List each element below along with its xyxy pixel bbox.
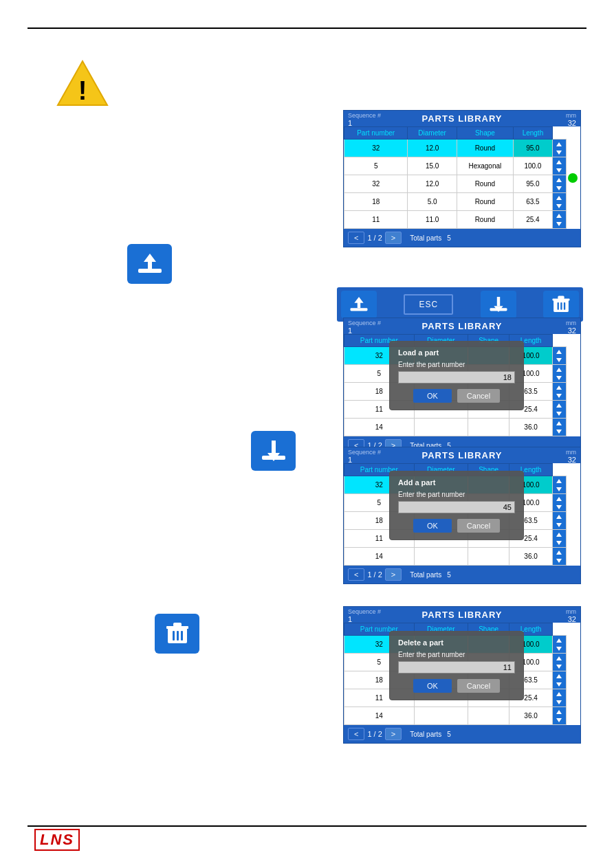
row-arrow-down[interactable] bbox=[553, 485, 564, 493]
row-arrow-down[interactable] bbox=[553, 166, 564, 174]
table-row[interactable]: 3212.0Round95.0 bbox=[344, 140, 567, 157]
table-row[interactable]: 185.0Round63.5 bbox=[344, 193, 567, 211]
row-arrow-down[interactable] bbox=[553, 716, 564, 724]
row-arrow-down[interactable] bbox=[553, 539, 564, 546]
table-row[interactable]: 515.0Hexagonal100.0 bbox=[344, 157, 567, 175]
top-rule bbox=[28, 27, 586, 29]
modal-delete-cancel[interactable]: Cancel bbox=[457, 679, 500, 693]
svg-marker-61 bbox=[556, 682, 562, 687]
svg-marker-57 bbox=[556, 647, 562, 651]
row-arrow-up[interactable] bbox=[553, 366, 564, 373]
modal-add-input[interactable] bbox=[398, 501, 515, 513]
panel-2-mm-val: 32 bbox=[566, 326, 576, 335]
row-arrow-up[interactable] bbox=[553, 212, 564, 219]
row-arrow-up[interactable] bbox=[553, 383, 564, 391]
panel-3-title: PARTS LIBRARY bbox=[422, 450, 503, 460]
svg-rect-24 bbox=[350, 308, 367, 311]
modal-add-ok[interactable]: OK bbox=[413, 519, 452, 533]
row-arrow-up[interactable] bbox=[553, 348, 564, 355]
prev-btn-3[interactable]: < bbox=[348, 568, 364, 581]
esc-upload-button[interactable] bbox=[341, 291, 377, 318]
esc-trash-button[interactable] bbox=[543, 291, 579, 318]
modal-load-ok[interactable]: OK bbox=[413, 389, 452, 403]
row-arrow-down[interactable] bbox=[553, 698, 564, 706]
total-parts-label-3: Total parts bbox=[410, 571, 441, 579]
row-arrow-up[interactable] bbox=[553, 672, 564, 680]
row-arrow-up[interactable] bbox=[553, 654, 564, 662]
next-btn-1[interactable]: > bbox=[385, 232, 402, 244]
modal-delete-ok[interactable]: OK bbox=[413, 679, 452, 693]
total-parts-val-3: 5 bbox=[447, 571, 451, 579]
download-button[interactable] bbox=[251, 431, 296, 471]
row-arrow-down[interactable] bbox=[553, 202, 564, 210]
table-row[interactable]: 1436.0 bbox=[344, 707, 567, 725]
panel-2-seq-val: 1 bbox=[348, 326, 381, 335]
esc-button[interactable]: ESC bbox=[404, 294, 453, 315]
row-arrow-down[interactable] bbox=[553, 427, 564, 435]
row-arrow-down[interactable] bbox=[553, 645, 564, 652]
panel-4-title: PARTS LIBRARY bbox=[422, 610, 503, 620]
row-arrow-up[interactable] bbox=[553, 690, 564, 698]
row-arrow-down[interactable] bbox=[553, 680, 564, 688]
page-info-4: 1 / 2 bbox=[367, 730, 382, 738]
table-row[interactable]: 1111.0Round25.4 bbox=[344, 211, 567, 229]
table-row[interactable]: 1436.0 bbox=[344, 548, 567, 566]
row-arrow-down[interactable] bbox=[553, 392, 564, 399]
modal-load-cancel[interactable]: Cancel bbox=[457, 389, 500, 403]
row-arrow-up[interactable] bbox=[553, 708, 564, 715]
esc-action-row: ESC bbox=[337, 287, 583, 322]
row-arrow-up[interactable] bbox=[553, 176, 564, 183]
panel-1-green-dot bbox=[568, 173, 578, 183]
svg-marker-4 bbox=[144, 254, 156, 262]
next-btn-3[interactable]: > bbox=[385, 568, 402, 581]
row-arrow-down[interactable] bbox=[553, 521, 564, 528]
svg-marker-63 bbox=[556, 700, 562, 704]
row-arrow-down[interactable] bbox=[553, 220, 564, 227]
modal-delete-input[interactable] bbox=[398, 661, 515, 674]
row-arrow-up[interactable] bbox=[553, 495, 564, 502]
panel-4-mm: mm 32 bbox=[566, 608, 576, 623]
row-arrow-up[interactable] bbox=[553, 419, 564, 427]
row-arrow-down[interactable] bbox=[553, 503, 564, 511]
row-arrow-up[interactable] bbox=[553, 548, 564, 556]
row-arrow-down[interactable] bbox=[553, 374, 564, 381]
prev-btn-4[interactable]: < bbox=[348, 728, 364, 740]
panel-1-mm: mm 32 bbox=[566, 112, 576, 127]
row-arrow-down[interactable] bbox=[553, 663, 564, 670]
next-btn-4[interactable]: > bbox=[385, 728, 402, 740]
row-arrow-down[interactable] bbox=[553, 184, 564, 192]
row-arrow-down[interactable] bbox=[553, 410, 564, 417]
svg-marker-41 bbox=[556, 394, 562, 398]
row-arrow-up[interactable] bbox=[553, 531, 564, 538]
svg-marker-49 bbox=[556, 505, 562, 509]
svg-marker-16 bbox=[556, 160, 562, 164]
row-arrow-up[interactable] bbox=[553, 477, 564, 485]
esc-download-button[interactable] bbox=[481, 291, 516, 318]
row-arrow-down[interactable] bbox=[553, 557, 564, 564]
modal-add-buttons: OK Cancel bbox=[398, 519, 515, 533]
row-arrow-up[interactable] bbox=[553, 158, 564, 166]
row-arrow-down[interactable] bbox=[553, 356, 564, 364]
table-row[interactable]: 3212.0Round95.0 bbox=[344, 175, 567, 193]
svg-marker-23 bbox=[556, 222, 562, 226]
panel-4-header: Sequence # 1 PARTS LIBRARY mm 32 bbox=[344, 607, 580, 623]
svg-rect-10 bbox=[166, 626, 188, 629]
upload-button[interactable] bbox=[127, 244, 172, 284]
prev-btn-1[interactable]: < bbox=[348, 232, 364, 244]
row-arrow-up[interactable] bbox=[553, 194, 564, 201]
modal-load-input[interactable] bbox=[398, 371, 515, 383]
warning-icon: ! bbox=[55, 58, 110, 113]
panel-4-seq-val: 1 bbox=[348, 615, 381, 623]
parts-panel-1: Sequence # 1 PARTS LIBRARY mm 32 Part nu… bbox=[343, 110, 581, 247]
svg-marker-48 bbox=[556, 497, 562, 501]
modal-add-cancel[interactable]: Cancel bbox=[457, 519, 500, 533]
panel-3-mm-val: 32 bbox=[566, 456, 576, 464]
table-row[interactable]: 1436.0 bbox=[344, 419, 567, 436]
row-arrow-up[interactable] bbox=[553, 636, 564, 644]
row-arrow-up[interactable] bbox=[553, 401, 564, 409]
row-arrow-up[interactable] bbox=[553, 140, 564, 148]
row-arrow-down[interactable] bbox=[553, 148, 564, 156]
row-arrow-up[interactable] bbox=[553, 513, 564, 520]
panel-2-title: PARTS LIBRARY bbox=[422, 321, 503, 331]
delete-button[interactable] bbox=[155, 614, 199, 654]
